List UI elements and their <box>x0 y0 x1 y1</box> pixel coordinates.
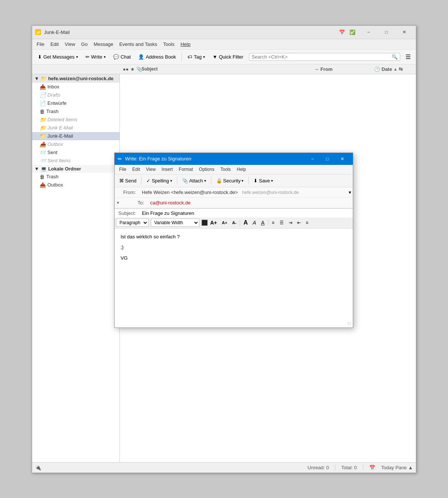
local-outbox-icon: 📤 <box>40 182 46 188</box>
compose-menu-options[interactable]: Options <box>196 166 217 173</box>
address-book-button[interactable]: 👤 Address Book <box>135 52 179 62</box>
outdent-button[interactable]: ⇤ <box>295 219 303 226</box>
from-field: From: Hefe Weizen <hefe.weizen@uni-rosto… <box>115 187 353 198</box>
sidebar-item-junk-email-1[interactable]: 📁 Junk E-Mail <box>32 124 119 132</box>
write-dropdown-icon: ▾ <box>104 55 106 59</box>
outbox1-label: Outbox <box>47 141 63 147</box>
compose-minimize-button[interactable]: − <box>305 153 320 165</box>
search-input[interactable] <box>252 54 392 60</box>
compose-body[interactable]: Ist das wirklich so einfach ? ;) VG <box>115 229 353 328</box>
compose-sep-4 <box>248 177 249 184</box>
tag-button[interactable]: 🏷 Tag ▾ <box>184 52 208 62</box>
font-size-down-button[interactable]: A- <box>230 219 239 226</box>
from-secondary: hefe.weizen@uni-rostock.de <box>242 190 299 195</box>
compose-sep-3 <box>211 177 211 184</box>
compose-menu-view[interactable]: View <box>143 166 159 173</box>
list-ordered-button[interactable]: ☰ <box>277 219 286 226</box>
compose-close-button[interactable]: ✕ <box>335 153 350 165</box>
sidebar-item-junk-email-2[interactable]: 📁 Junk-E-Mail <box>32 132 119 140</box>
account-row[interactable]: ▼ 📁 hefe.weizen@uni-rostock.de <box>32 74 119 83</box>
indent-button[interactable]: ⇥ <box>286 219 295 226</box>
font-select[interactable]: Variable Width <box>151 219 199 227</box>
sent-items-label: Sent Items <box>47 158 71 163</box>
italic-button[interactable]: A <box>251 219 258 227</box>
menu-edit[interactable]: Edit <box>47 40 62 48</box>
font-size-down-small-button[interactable]: A+ <box>220 219 229 226</box>
underline-button[interactable]: A <box>259 219 267 227</box>
local-folders-group[interactable]: ▼ 💻 Lokale Ordner <box>32 165 119 173</box>
local-account-icon: 💻 <box>41 166 47 172</box>
sidebar-item-local-trash[interactable]: 🗑 Trash <box>32 173 119 181</box>
minimize-button[interactable]: − <box>360 26 377 38</box>
from-dropdown-button[interactable]: ▾ <box>347 188 353 197</box>
to-expand-icon[interactable]: ▼ <box>115 199 121 206</box>
send-button[interactable]: ⌘ Send <box>116 176 139 185</box>
resize-handle[interactable]: ⊡ <box>348 321 351 326</box>
compose-maximize-button[interactable]: □ <box>320 153 335 165</box>
sent-label: Sent <box>47 150 57 155</box>
address-book-icon: 👤 <box>138 54 144 60</box>
close-button[interactable]: ✕ <box>396 26 413 38</box>
status-bar: 🔌 Unread: 0 Total: 0 📅 Today Pane ▲ <box>32 462 416 473</box>
font-size-up-button[interactable]: A+ <box>208 219 219 227</box>
menu-view[interactable]: View <box>62 40 78 48</box>
subject-value[interactable]: Ein Frage zu Signaturen <box>139 209 353 217</box>
status-separator-2 <box>363 464 363 470</box>
search-icon: 🔍 <box>392 54 398 60</box>
format-separator-1 <box>240 220 240 226</box>
tasks-icon[interactable]: ✅ <box>348 28 357 37</box>
menu-message[interactable]: Message <box>91 40 116 48</box>
attach-dropdown-icon: ▾ <box>204 179 206 183</box>
compose-menu-file[interactable]: File <box>116 166 129 173</box>
compose-menu-tools[interactable]: Tools <box>217 166 234 173</box>
attach-button[interactable]: 📎 Attach ▾ <box>179 176 209 185</box>
hamburger-menu-button[interactable]: ☰ <box>402 52 414 62</box>
paragraph-select[interactable]: Paragraph <box>116 219 149 227</box>
save-button[interactable]: ⬇ Save ▾ <box>251 176 276 185</box>
align-button[interactable]: ≡ <box>304 219 311 226</box>
sidebar-item-sent[interactable]: 📨 Sent <box>32 148 119 157</box>
sidebar-item-entwuerfe[interactable]: 📄 Entwürfe <box>32 99 119 107</box>
today-pane-label[interactable]: Today Pane ▲ <box>381 465 413 470</box>
menu-tools[interactable]: Tools <box>160 40 177 48</box>
sidebar-item-sent-items[interactable]: 📨 Sent Items <box>32 157 119 165</box>
compose-menu-format[interactable]: Format <box>176 166 196 173</box>
col-date[interactable]: 🕐 Date ▲ ⇆ <box>371 66 416 72</box>
sent-icon: 📨 <box>40 150 46 156</box>
entwuerfe-icon: 📄 <box>40 100 46 106</box>
bold-button[interactable]: A <box>241 218 250 227</box>
compose-window: ✏ Write: Ein Frage zu Signaturen − □ ✕ F… <box>114 153 353 328</box>
compose-menu-insert[interactable]: Insert <box>159 166 176 173</box>
sidebar-item-deleted-items[interactable]: 📁 Deleted Items <box>32 116 119 124</box>
sidebar-item-inbox[interactable]: 📥 Inbox <box>32 83 119 91</box>
account-icon: 📁 <box>41 76 47 81</box>
calendar-icon[interactable]: 📅 <box>337 28 346 37</box>
menu-help[interactable]: Help <box>177 40 193 48</box>
menu-events-tasks[interactable]: Events and Tasks <box>116 40 160 48</box>
body-line-1: Ist das wirklich so einfach ? <box>121 233 347 241</box>
color-picker[interactable] <box>202 220 208 226</box>
sidebar-item-outbox-1[interactable]: 📤 Outbox <box>32 140 119 148</box>
to-value[interactable]: ca@uni-rostock.de <box>147 198 353 207</box>
sidebar-item-trash-main[interactable]: 🗑 Trash <box>32 107 119 116</box>
col-subject[interactable]: Subject <box>139 66 311 72</box>
security-button[interactable]: 🔒 Security ▾ <box>213 176 247 185</box>
unread-count: Unread: 0 <box>308 465 329 470</box>
compose-menu-help[interactable]: Help <box>234 166 249 173</box>
chat-button[interactable]: 💬 Chat <box>110 52 134 62</box>
quick-filter-button[interactable]: ▼ Quick Filter <box>209 52 247 62</box>
junk2-icon: 📁 <box>40 133 46 139</box>
write-button[interactable]: ✏ Write ▾ <box>82 52 109 62</box>
maximize-button[interactable]: □ <box>378 26 395 38</box>
sidebar-item-local-outbox[interactable]: 📤 Outbox <box>32 181 119 189</box>
menu-go[interactable]: Go <box>78 40 90 48</box>
spelling-dropdown-icon: ▾ <box>170 179 172 183</box>
list-unordered-button[interactable]: ≡ <box>270 219 277 226</box>
trash-label: Trash <box>46 109 59 114</box>
sidebar-item-drafts[interactable]: 📄 Drafts <box>32 91 119 99</box>
compose-menu-edit[interactable]: Edit <box>129 166 143 173</box>
write-icon: ✏ <box>85 54 90 60</box>
spelling-button[interactable]: ✓ Spelling ▾ <box>143 176 175 185</box>
menu-file[interactable]: File <box>34 40 47 48</box>
get-messages-button[interactable]: ⬇ Get Messages ▾ <box>34 52 81 62</box>
